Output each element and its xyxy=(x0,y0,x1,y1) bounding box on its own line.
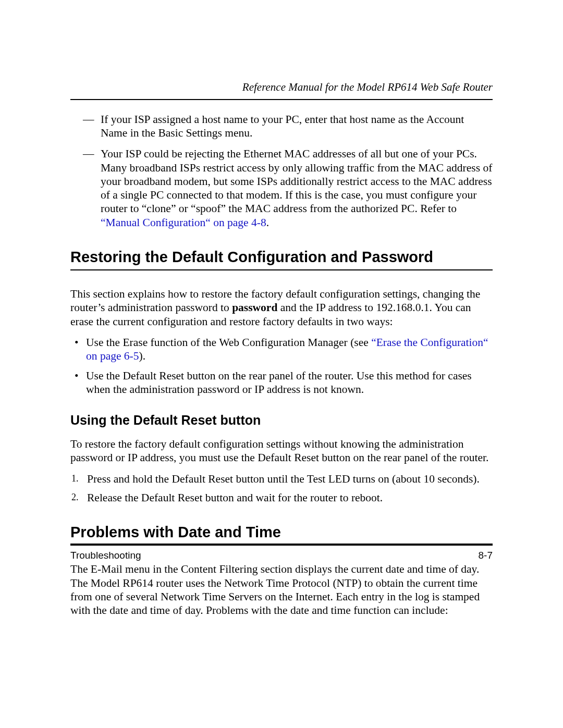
section1-intro-para: This section explains how to restore the… xyxy=(70,287,493,328)
running-header: Reference Manual for the Model RP614 Web… xyxy=(70,81,493,94)
section-rule xyxy=(70,269,493,270)
step-item: Release the Default Reset button and wai… xyxy=(87,491,493,504)
step-item: Press and hold the Default Reset button … xyxy=(87,472,493,486)
numbered-steps: Press and hold the Default Reset button … xyxy=(70,472,493,504)
bullet-text: Use the Default Reset button on the rear… xyxy=(86,369,472,396)
footer-section-name: Troubleshooting xyxy=(70,550,141,561)
section-heading-restore: Restoring the Default Configuration and … xyxy=(70,248,493,266)
bullet-text: Use the Erase function of the Web Config… xyxy=(86,336,371,349)
section-heading-datetime: Problems with Date and Time xyxy=(70,523,493,541)
bold-password: password xyxy=(232,301,277,314)
dash-item-text-after: . xyxy=(266,216,269,229)
bullet-item: Use the Default Reset button on the rear… xyxy=(86,369,493,396)
page-footer: Troubleshooting 8-7 xyxy=(70,544,493,561)
dash-item: Your ISP could be rejecting the Ethernet… xyxy=(91,147,493,229)
section2-para: The E-Mail menu in the Content Filtering… xyxy=(70,562,493,617)
subsection-heading-reset: Using the Default Reset button xyxy=(70,412,493,428)
header-rule xyxy=(70,99,493,100)
dash-list: If your ISP assigned a host name to your… xyxy=(70,113,493,229)
dash-item-text: Your ISP could be rejecting the Ethernet… xyxy=(101,147,492,215)
footer-page-number: 8-7 xyxy=(479,550,493,561)
bullet-text-after: ). xyxy=(139,350,146,362)
dash-item-text: If your ISP assigned a host name to your… xyxy=(101,113,464,139)
bullet-item: Use the Erase function of the Web Config… xyxy=(86,336,493,363)
dash-item: If your ISP assigned a host name to your… xyxy=(91,113,493,140)
footer-rule xyxy=(70,544,493,545)
bullet-list: Use the Erase function of the Web Config… xyxy=(70,336,493,397)
cross-ref-link[interactable]: “Manual Configuration“ on page 4-8 xyxy=(101,216,266,229)
body-content: If your ISP assigned a host name to your… xyxy=(70,113,493,617)
page: Reference Manual for the Model RP614 Web… xyxy=(0,0,563,728)
subsection-para: To restore the factory default configura… xyxy=(70,437,493,464)
